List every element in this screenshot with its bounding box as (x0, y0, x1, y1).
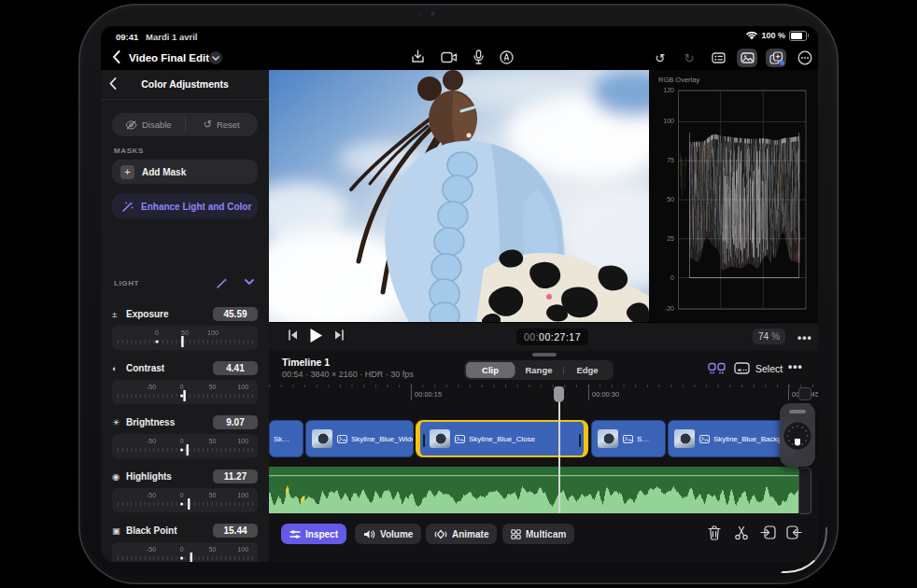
inspect-button[interactable]: Inspect (281, 524, 346, 544)
exposure-value[interactable]: 45.59 (213, 307, 258, 321)
overwrite-mode-icon[interactable] (734, 362, 750, 374)
transport-bar: 00:00:27:17 74% ••• (269, 322, 818, 353)
track-scroll-segment[interactable] (798, 387, 811, 400)
photo-icon (623, 435, 633, 443)
import-icon[interactable] (411, 49, 425, 64)
more-icon[interactable] (795, 49, 815, 67)
slider-highlights: ◉ Highlights 11.27 (112, 468, 258, 512)
play-button-icon[interactable] (309, 328, 323, 343)
media-browser-icon[interactable] (737, 49, 757, 67)
black-point-icon: ▣ (112, 525, 126, 536)
timeline-more-icon[interactable]: ••• (788, 360, 803, 373)
track-scroll-segment[interactable] (798, 468, 811, 514)
mode-range[interactable]: Range (515, 362, 563, 378)
reset-icon: ↺ (204, 119, 212, 130)
brightness-slider-track[interactable] (112, 434, 258, 458)
scope-waveform (656, 85, 811, 316)
mode-edge[interactable]: Edge (563, 362, 612, 378)
animate-button[interactable]: Animate (426, 524, 497, 544)
title-chevron-down-icon[interactable] (209, 51, 222, 64)
volume-button[interactable]: Volume (355, 524, 421, 544)
timeline-resize-handle[interactable] (532, 353, 557, 357)
clip-thumbnail (312, 429, 332, 448)
scope-title: RGB Overlay (658, 76, 699, 84)
video-viewer[interactable] (269, 70, 649, 322)
light-collapse-chevron-icon[interactable] (245, 279, 254, 285)
multicam-button[interactable]: Multicam (502, 524, 574, 544)
photo-icon (455, 435, 465, 443)
jog-wheel-dial[interactable] (782, 420, 813, 452)
effects-icon[interactable] (766, 49, 786, 67)
contrast-value[interactable]: 4.41 (213, 361, 258, 375)
trim-handle-right[interactable] (579, 434, 581, 447)
photo-icon (337, 435, 347, 443)
slider-label: Highlights (126, 471, 213, 482)
pencil-tools-icon[interactable] (500, 49, 514, 64)
light-section-header: LIGHT (101, 277, 269, 292)
mode-clip[interactable]: Clip (466, 362, 515, 378)
black-point-value[interactable]: 15.44 (213, 524, 258, 538)
back-chevron-icon[interactable] (112, 50, 120, 63)
inspector-icon[interactable] (708, 49, 728, 67)
video-frame-person (269, 70, 649, 322)
magic-wand-icon (121, 201, 134, 213)
slider-exposure: ± Exposure 45.59 (112, 305, 258, 350)
battery-percent: 100 % (761, 31, 785, 40)
jog-wheel-handle[interactable] (789, 410, 806, 413)
redo-icon[interactable]: ↻ (679, 49, 699, 67)
black-point-slider-track[interactable] (112, 542, 258, 562)
undo-icon[interactable]: ↺ (650, 49, 670, 67)
contrast-slider-track[interactable] (112, 380, 258, 404)
delete-icon[interactable] (708, 525, 721, 540)
project-title[interactable]: Video Final Edit (129, 52, 209, 63)
timecode-display: 00:00:27:17 (516, 329, 588, 345)
contrast-icon: ◐ (112, 363, 126, 373)
clip-thumbnail (674, 429, 695, 448)
exposure-slider-track[interactable] (112, 326, 258, 350)
plus-icon: + (120, 165, 134, 179)
select-button[interactable]: Select (755, 363, 783, 374)
enhance-light-color-button[interactable]: Enhance Light and Color (112, 194, 258, 218)
clip-skyline-blue-wide[interactable]: Skyline_Blue_Wide (305, 420, 414, 457)
jog-wheel[interactable] (780, 403, 815, 467)
viewer-more-icon[interactable]: ••• (797, 331, 812, 344)
timeline-panel: Timeline 1 00:54 · 3840 × 2160 · HDR · 3… (269, 350, 818, 562)
exposure-icon: ± (112, 309, 126, 319)
reset-button[interactable]: ↺ Reset (186, 113, 259, 136)
disable-button[interactable]: Disable (112, 113, 185, 136)
battery-icon (789, 31, 807, 41)
add-mask-button[interactable]: + Add Mask (112, 160, 258, 184)
insert-clip-icon[interactable] (760, 525, 776, 539)
next-frame-icon[interactable] (334, 329, 345, 341)
clip-skyline-blue-close-selected[interactable]: Skyline_Blue_Close (416, 420, 588, 457)
highlights-icon: ◉ (112, 471, 126, 482)
clock: 09:41 (116, 32, 138, 42)
multicam-grid-icon (511, 529, 521, 539)
highlights-value[interactable]: 11.27 (213, 469, 258, 483)
slider-brightness: ☀ Brightness 9.07 (112, 413, 258, 458)
trim-handle-left[interactable] (423, 434, 425, 447)
timeline-ruler[interactable] (269, 385, 818, 403)
slider-contrast: ◐ Contrast 4.41 (112, 359, 258, 404)
audio-track-waveform[interactable] (269, 467, 798, 513)
clip-skyline-short[interactable]: S… (591, 420, 666, 457)
camera-icon[interactable] (441, 49, 458, 64)
wifi-icon (746, 32, 757, 40)
front-camera (430, 11, 435, 16)
clip-connections-icon[interactable] (708, 362, 726, 374)
viewer-zoom-level[interactable]: 74% (753, 329, 785, 344)
slider-label: Contrast (126, 363, 213, 373)
split-blade-icon[interactable] (734, 525, 749, 540)
microphone-icon[interactable] (473, 49, 484, 64)
playhead-handle[interactable] (554, 386, 564, 402)
rgb-overlay-scope: RGB Overlay (649, 70, 818, 322)
clip-skyline-blue-background[interactable]: Skyline_Blue_Backgroun (668, 420, 797, 457)
speaker-icon (363, 529, 375, 539)
highlights-slider-track[interactable] (112, 488, 258, 512)
playhead-line[interactable] (558, 386, 560, 513)
brightness-value[interactable]: 9.07 (213, 415, 258, 429)
clip-skyline-partial[interactable]: Sk… (269, 420, 303, 457)
light-label: LIGHT (114, 279, 139, 287)
previous-frame-icon[interactable] (288, 329, 298, 341)
light-wand-icon[interactable] (216, 277, 228, 289)
